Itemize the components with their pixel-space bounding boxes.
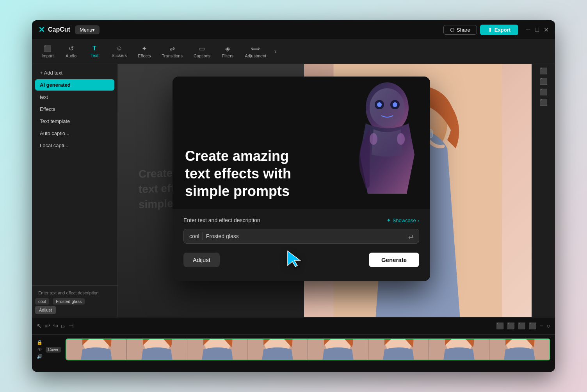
sidebar-item-effects[interactable]: Effects (35, 103, 114, 115)
svg-point-5 (370, 88, 405, 127)
adjustment-icon: ⟺ (251, 45, 260, 52)
effects-icon: ✦ (142, 45, 147, 52)
tool-stickers[interactable]: ☺ Stickers (107, 43, 132, 60)
tl-icon-1[interactable]: ⬛ (496, 322, 504, 330)
title-bar: ✕ CapCut Menu▾ ⬡ Share ⬆ Export ─ □ ✕ (32, 20, 555, 39)
svg-point-9 (393, 102, 397, 107)
modal-actions: Adijust Generate (183, 249, 419, 270)
tool-import[interactable]: ⬛ Import (37, 43, 59, 61)
logo-icon: ✕ (38, 25, 45, 34)
app-window: ✕ CapCut Menu▾ ⬡ Share ⬆ Export ─ □ ✕ ⬛ … (32, 20, 555, 372)
tl-icon-4[interactable]: ⬛ (529, 322, 537, 330)
tool-effects[interactable]: ✦ Effects (133, 43, 155, 61)
window-controls: ─ □ ✕ (526, 26, 549, 34)
sidebar-item-add-text[interactable]: + Add text (35, 67, 114, 78)
timeline-track: 🔒 👁 🔊 Cover (32, 335, 555, 364)
sidebar-item-ai-generated[interactable]: AI generated (35, 79, 114, 91)
shuffle-icon[interactable]: ⇄ (408, 233, 413, 240)
timeline-right-controls: ⬛ ⬛ ⬛ ⬛ − ○ (496, 322, 550, 330)
modal-adjust-button[interactable]: Adijust (183, 253, 220, 267)
showcase-link[interactable]: ✦ Showcase › (386, 217, 419, 223)
modal-input-row[interactable]: cool Frosted glass ⇄ (183, 229, 419, 244)
showcase-chevron-icon: › (418, 217, 419, 223)
modal-description: Enter text and effect description (183, 217, 260, 223)
tool-filters[interactable]: ◈ Filters (217, 43, 238, 61)
modal-top: Create amazing text effects with simple … (173, 77, 430, 209)
video-strip (66, 339, 550, 360)
film-frame (187, 339, 248, 360)
timeline-cursor-button[interactable]: ↖ (37, 322, 42, 330)
right-panel-icon-1[interactable]: ⬛ (540, 67, 548, 75)
sidebar-tag-frosted: Frosted glass (53, 298, 85, 305)
film-frame (308, 339, 368, 360)
modal-generate-button[interactable]: Generate (369, 253, 419, 267)
timeline-toolbar: ↖ ↩ ↪ ⟥ ⊣ ⬛ ⬛ ⬛ ⬛ − ○ (32, 317, 555, 335)
right-panel-icon-3[interactable]: ⬛ (540, 88, 548, 96)
tl-icon-3[interactable]: ⬛ (518, 322, 526, 330)
film-frame (66, 339, 127, 360)
track-icons: 🔒 👁 🔊 (37, 340, 43, 359)
cover-badge: Cover (46, 347, 61, 353)
tl-icon-5[interactable]: − (540, 323, 543, 330)
tl-icon-6[interactable]: ○ (546, 323, 550, 330)
timeline-redo-button[interactable]: ↪ (53, 322, 58, 330)
transitions-icon: ⇄ (170, 45, 175, 52)
right-panel: ⬛ ⬛ ⬛ ⬛ (532, 64, 555, 317)
main-content: + Add text AI generated text Effects Tex… (32, 64, 555, 317)
film-frame (489, 339, 550, 360)
toolbar-more-button[interactable]: › (274, 47, 276, 55)
bottom-area: ↖ ↩ ↪ ⟥ ⊣ ⬛ ⬛ ⬛ ⬛ − ○ 🔒 👁 🔊 Cover (32, 317, 555, 372)
modal-input-tag: cool (189, 233, 199, 239)
sidebar-item-auto-caption[interactable]: Auto captio... (35, 128, 114, 139)
track-eye-icon[interactable]: 👁 (37, 347, 42, 352)
tool-captions[interactable]: ▭ Captions (189, 43, 215, 61)
film-frame (368, 339, 429, 360)
timeline-undo-button[interactable]: ↩ (45, 322, 50, 330)
logo-text: CapCut (48, 26, 70, 33)
right-panel-icon-2[interactable]: ⬛ (540, 78, 548, 85)
center-area: Player Create amazin text effects w simp… (118, 64, 532, 317)
audio-icon: ↺ (69, 45, 74, 52)
sidebar-item-text-template[interactable]: Text template (35, 116, 114, 127)
menu-button[interactable]: Menu▾ (75, 25, 100, 34)
share-button[interactable]: ⬡ Share (443, 25, 477, 35)
svg-marker-12 (288, 251, 300, 267)
cursor-arrow (285, 249, 304, 270)
modal-desc-row: Enter text and effect description ✦ Show… (183, 217, 419, 223)
minimize-button[interactable]: ─ (526, 26, 530, 34)
tool-audio[interactable]: ↺ Audio (60, 43, 82, 61)
tl-icon-2[interactable]: ⬛ (507, 322, 515, 330)
track-lock-icon[interactable]: 🔒 (37, 340, 43, 345)
modal-input-divider (203, 232, 203, 240)
maximize-button[interactable]: □ (535, 26, 539, 34)
tool-adjustment[interactable]: ⟺ Adjustment (240, 43, 271, 61)
export-button[interactable]: ⬆ Export (480, 25, 518, 35)
title-bar-actions: ⬡ Share ⬆ Export (443, 25, 518, 35)
timeline-split-button[interactable]: ⟥ (61, 323, 65, 330)
sidebar-adjust-button[interactable]: Adijust (35, 306, 56, 314)
svg-point-11 (397, 133, 405, 145)
track-audio-icon[interactable]: 🔊 (37, 354, 43, 359)
captions-icon: ▭ (199, 45, 205, 52)
film-frame (127, 339, 187, 360)
right-panel-icon-4[interactable]: ⬛ (540, 99, 548, 106)
close-button[interactable]: ✕ (544, 26, 549, 34)
sidebar-item-local-caption[interactable]: Local capti... (35, 140, 114, 151)
film-frame (429, 339, 489, 360)
tool-transitions[interactable]: ⇄ Transitions (157, 43, 187, 61)
export-icon: ⬆ (488, 27, 492, 33)
film-frame (247, 339, 308, 360)
timeline-trim-button[interactable]: ⊣ (68, 322, 74, 330)
stickers-icon: ☺ (116, 45, 122, 52)
robot-image (336, 77, 430, 209)
showcase-label: Showcase (393, 217, 416, 223)
sidebar-input-area: Enter text and effect description cool F… (32, 285, 117, 317)
sidebar-item-text[interactable]: text (35, 91, 114, 103)
sidebar-input-placeholder: Enter text and effect description (35, 289, 114, 297)
filters-icon: ◈ (225, 45, 230, 52)
tool-text[interactable]: T Text (84, 43, 105, 60)
left-sidebar: + Add text AI generated text Effects Tex… (32, 64, 118, 317)
sidebar-tags: cool Frosted glass (35, 298, 114, 305)
logo: ✕ CapCut (38, 25, 70, 34)
toolbar: ⬛ Import ↺ Audio T Text ☺ Stickers ✦ Eff… (32, 39, 555, 64)
